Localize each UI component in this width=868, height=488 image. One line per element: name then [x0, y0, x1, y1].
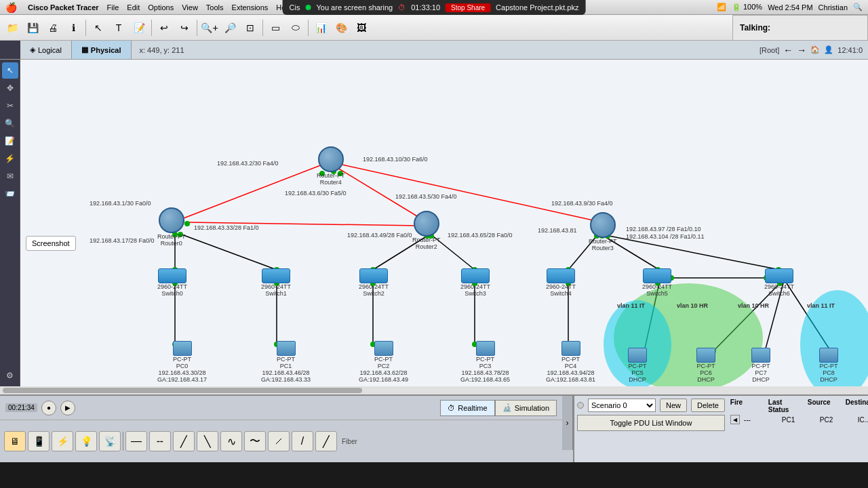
tool-straight[interactable]: — [125, 431, 147, 451]
tab-physical[interactable]: ▦ Physical [72, 41, 132, 59]
canvas-area[interactable]: Screenshot [20, 60, 868, 386]
pc3-group[interactable]: PC-PT PC3 192.168.43.78/28 GA:192.168.43… [460, 341, 510, 383]
app-name: Cisco Packet Tracer [28, 3, 99, 12]
scroll-thumb[interactable] [3, 388, 362, 393]
play-btn[interactable]: ▶ [60, 401, 75, 415]
menu-extensions[interactable]: Extensions [232, 3, 269, 12]
toolbar-graph[interactable]: 📊 [311, 18, 330, 37]
delete-scenario-btn[interactable]: Delete [691, 399, 725, 412]
pc1-group[interactable]: PC-PT PC1 192.168.43.46/28 GA:192.168.43… [261, 341, 311, 383]
toolbar-image[interactable]: 🖼 [352, 18, 371, 37]
scenario-select[interactable]: Scenario 0 [588, 399, 656, 412]
pc4-group[interactable]: PC-PT PC4 192.168.43.94/28 GA:192.168.43… [546, 341, 595, 383]
sidebar-delete[interactable]: ✂ [2, 98, 18, 114]
toolbar-palette[interactable]: 🎨 [332, 18, 351, 37]
switch5-group[interactable]: 2960-24TT Switch5 [642, 268, 672, 297]
switch6-group[interactable]: 2960-24TT Switch6 [764, 268, 794, 297]
sidebar-settings[interactable]: ⚙ [2, 367, 18, 384]
pc3-label: PC-PT [476, 356, 494, 363]
toolbar-info[interactable]: ℹ [64, 18, 83, 37]
sidebar-pdu[interactable]: ✉ [2, 168, 18, 184]
toolbar-undo[interactable]: ↩ [155, 18, 174, 37]
toolbar-note[interactable]: 📝 [130, 18, 149, 37]
tool-dash[interactable]: ╌ [149, 431, 171, 451]
sidebar-bottom: ⚙ [2, 367, 18, 384]
toolbar-redo[interactable]: ↪ [175, 18, 194, 37]
sidebar-select[interactable]: ↖ [2, 62, 18, 79]
pc0-group[interactable]: PC-PT PC0 192.168.43.30/28 GA:192.168.43… [157, 341, 207, 383]
toolbar-rect[interactable]: ▭ [266, 18, 285, 37]
toolbar-zoom-in[interactable]: 🔍+ [200, 18, 219, 37]
toolbar-select[interactable]: ↖ [89, 18, 108, 37]
switch4-name: Switch4 [550, 290, 572, 297]
tool-cable1[interactable]: ╱ [173, 431, 195, 451]
pc8-group[interactable]: PC-PT PC8 DHCP [819, 348, 838, 383]
tool-cable3[interactable]: ∿ [220, 431, 242, 451]
new-scenario-btn[interactable]: New [660, 399, 687, 412]
pc0-label: PC-PT [173, 356, 191, 363]
pc4-label: PC-PT [561, 356, 580, 363]
toggle-pdu-button[interactable]: Toggle PDU List Window [577, 415, 725, 431]
search-icon[interactable]: 🔍 [853, 3, 863, 12]
switch4-group[interactable]: 2960-24TT Switch4 [546, 268, 576, 297]
tool-cable5[interactable]: ⟋ [268, 431, 290, 451]
tool-cable2[interactable]: ╲ [197, 431, 218, 451]
forward-btn[interactable]: → [797, 45, 806, 56]
toolbar-text[interactable]: T [109, 18, 128, 37]
toolbar-save[interactable]: 💾 [23, 18, 42, 37]
sidebar-note[interactable]: 📝 [2, 133, 18, 149]
toolbar-print[interactable]: 🖨 [43, 18, 62, 37]
router0-group[interactable]: Router-PT Router0 [157, 207, 186, 247]
tool-cable6[interactable]: / [292, 431, 313, 451]
pc4-ga: GA:192.168.43.81 [546, 376, 595, 383]
sidebar-pdu2[interactable]: 📨 [2, 186, 18, 202]
tool-router-small[interactable]: ⚡ [52, 431, 73, 451]
tool-switch-small[interactable]: 📱 [28, 431, 50, 451]
toolbar-zoom-fit[interactable]: ⊡ [241, 18, 260, 37]
panel-expand-arrow[interactable]: › [562, 396, 573, 450]
fire-btn[interactable]: ◀ [730, 415, 740, 424]
router3-group[interactable]: Router-PT Router3 [589, 212, 617, 251]
toolbar-ellipse[interactable]: ⬭ [286, 18, 305, 37]
back-btn[interactable]: ← [783, 45, 793, 56]
realtime-btn[interactable]: ⏱ Realtime [440, 400, 494, 416]
pc6-group[interactable]: PC-PT PC6 DHCP [696, 348, 715, 383]
router4-group[interactable]: Router-PT Router4 [317, 146, 345, 186]
ip-label-r2-fa65: 192.168.43.65/28 Fa0/0 [448, 232, 513, 239]
simulation-btn[interactable]: 🔬 Simulation [495, 400, 557, 416]
switch0-group[interactable]: 2960-24TT Switch0 [157, 268, 187, 297]
sidebar-inspect[interactable]: 🔍 [2, 115, 18, 131]
toolbar-zoom-out[interactable]: 🔎 [220, 18, 239, 37]
pc7-group[interactable]: PC-PT PC7 DHCP [751, 348, 770, 383]
sharing-app: Cis [290, 3, 300, 12]
switch1-group[interactable]: 2960-24TT Switch1 [261, 268, 291, 297]
sidebar-move[interactable]: ✥ [2, 80, 18, 96]
tool-wireless[interactable]: 📡 [99, 431, 121, 451]
sidebar-connect[interactable]: ⚡ [2, 150, 18, 167]
user-icon[interactable]: 👤 [824, 45, 833, 54]
menu-edit[interactable]: Edit [127, 3, 140, 12]
apple-menu[interactable]: 🍎 [5, 2, 17, 13]
switch2-group[interactable]: 2960-24TT Switch2 [359, 268, 389, 297]
menu-file[interactable]: File [107, 3, 119, 12]
pc5-group[interactable]: PC-PT PC5 DHCP [628, 348, 647, 383]
home-icon[interactable]: 🏠 [810, 45, 820, 54]
toolbar-open[interactable]: 📁 [3, 18, 22, 37]
menu-view[interactable]: View [182, 3, 198, 12]
stop-share-button[interactable]: Stop Share [446, 3, 490, 12]
screenshot-button[interactable]: Screenshot [26, 236, 76, 251]
tab-logical[interactable]: ◈ Logical [20, 41, 72, 59]
router2-group[interactable]: Router-PT Router2 [412, 211, 441, 250]
pc6-name: PC6 [700, 369, 712, 376]
tool-cable7[interactable]: ╱ [315, 431, 337, 451]
tool-hub[interactable]: 💡 [75, 431, 97, 451]
tool-pc[interactable]: 🖥 [4, 431, 26, 451]
pc2-label: PC-PT [374, 356, 393, 363]
tool-cable4[interactable]: 〜 [244, 431, 266, 451]
menu-tools[interactable]: Tools [206, 3, 224, 12]
menu-options[interactable]: Options [148, 3, 174, 12]
switch3-group[interactable]: 2960-24TT Switch3 [460, 268, 490, 297]
hscrollbar[interactable] [0, 386, 868, 394]
reset-btn[interactable]: ● [41, 401, 56, 415]
pc2-group[interactable]: PC-PT PC2 192.168.43.62/28 GA:192.168.43… [359, 341, 408, 383]
